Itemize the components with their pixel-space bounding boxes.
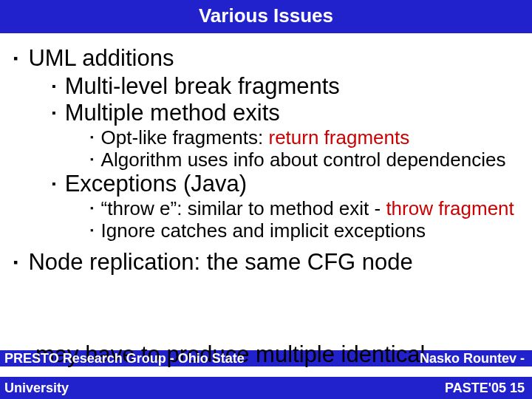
slide-footer: University PASTE'05 15 xyxy=(0,377,532,399)
list-item: ▪ Algorithm uses info about control depe… xyxy=(90,149,519,171)
bullet-icon: ▪ xyxy=(52,73,56,100)
bullet-icon: ▪ xyxy=(52,171,56,197)
list-item: ▪ Multiple method exits xyxy=(52,100,519,126)
bullet-icon: ▪ xyxy=(90,219,94,242)
item-text: Node replication: the same CFG node xyxy=(28,249,412,276)
overlap-region: may have to produce multiple identical P… xyxy=(0,341,532,366)
footer-author: Nasko Rountev - xyxy=(420,351,525,366)
list-item: ▪ “throw e”: similar to method exit - th… xyxy=(90,197,519,219)
footer-university: University xyxy=(4,380,69,396)
text-fragment: “throw e”: similar to method exit - xyxy=(101,197,386,219)
slide-title: Various Issues xyxy=(0,0,532,33)
emphasis-text: throw fragment xyxy=(386,197,514,219)
item-text: UML additions xyxy=(28,45,174,72)
list-level2: ▪ Multi-level break fragments ▪ Multiple… xyxy=(52,73,519,126)
footer-right: PASTE'05 15 xyxy=(445,380,525,396)
item-text: Algorithm uses info about control depend… xyxy=(101,149,506,171)
list-level3: ▪ “throw e”: similar to method exit - th… xyxy=(90,197,519,242)
item-text: Multi-level break fragments xyxy=(65,73,340,100)
list-level3: ▪ Opt-like fragments: return fragments ▪… xyxy=(90,126,519,171)
list-item: ▪ Exceptions (Java) xyxy=(52,171,519,197)
item-text: Ignore catches and implicit exceptions xyxy=(101,219,426,242)
item-text: Exceptions (Java) xyxy=(65,171,247,197)
text-fragment: PREST xyxy=(4,351,49,366)
list-item: ▪ Opt-like fragments: return fragments xyxy=(90,126,519,149)
bullet-icon: ▪ xyxy=(90,149,94,171)
text-fragment: O Research Group - Ohio State xyxy=(49,351,245,366)
footer-left: University xyxy=(4,380,69,396)
text-fragment: Opt-like fragments: xyxy=(101,126,269,149)
item-text: “throw e”: similar to method exit - thro… xyxy=(101,197,514,219)
list-item: ▪ Node replication: the same CFG node xyxy=(13,249,519,276)
bullet-icon: ▪ xyxy=(90,197,94,219)
list-level1: ▪ UML additions ▪ Multi-level break frag… xyxy=(13,45,519,276)
item-text: Opt-like fragments: return fragments xyxy=(101,126,410,149)
bullet-icon: ▪ xyxy=(52,100,56,126)
list-item: ▪ UML additions xyxy=(13,45,519,72)
list-item: ▪ Multi-level break fragments xyxy=(52,73,519,100)
slide: Various Issues ▪ UML additions ▪ Multi-l… xyxy=(0,0,532,399)
bullet-icon: ▪ xyxy=(90,126,94,149)
page-number: PASTE'05 15 xyxy=(445,380,525,396)
footer-left-fragment: PRESTO Research Group - Ohio State xyxy=(4,351,245,366)
list-level2: ▪ Exceptions (Java) xyxy=(52,171,519,197)
slide-body: ▪ UML additions ▪ Multi-level break frag… xyxy=(0,33,532,276)
bullet-icon: ▪ xyxy=(13,249,18,276)
bullet-icon: ▪ xyxy=(13,45,18,72)
emphasis-text: return fragments xyxy=(268,126,409,149)
item-text: Multiple method exits xyxy=(65,100,280,126)
list-item: ▪ Ignore catches and implicit exceptions xyxy=(90,219,519,242)
